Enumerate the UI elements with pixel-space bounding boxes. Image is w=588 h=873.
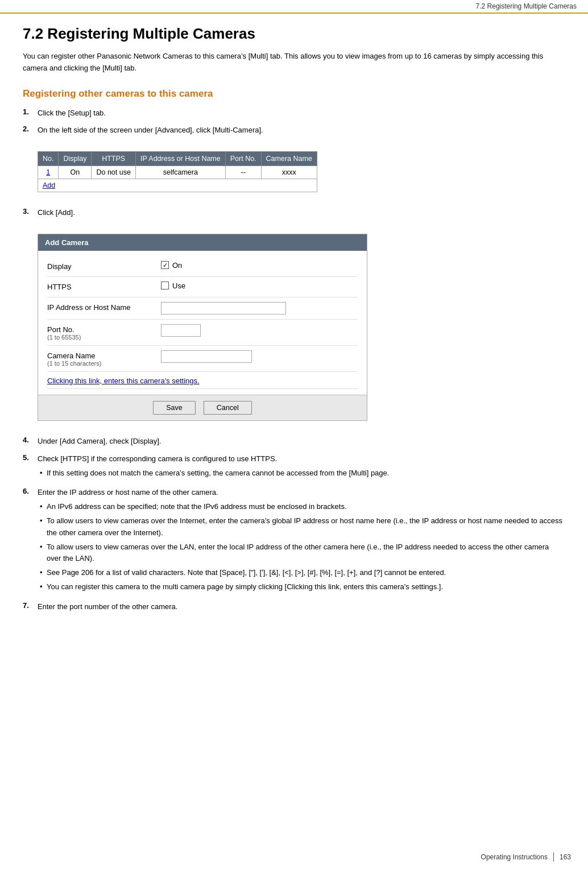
step-5-bullets: If this setting does not match the camer… (38, 467, 389, 479)
step-3-text: Click [Add]. (38, 207, 75, 219)
port-row: Port No. (1 to 65535) (47, 320, 358, 346)
dialog-footer: Save Cancel (38, 395, 367, 420)
add-camera-dialog: Add Camera Display ✓ On HTTPS (38, 234, 367, 421)
https-check-label: Use (172, 282, 185, 290)
save-button[interactable]: Save (153, 401, 196, 415)
step-7-text: Enter the port number of the other camer… (38, 601, 565, 613)
table-row: 1 On Do not use selfcamera -- xxxx (38, 166, 317, 179)
camera-name-control (161, 350, 358, 363)
step-6-bullet-2: To allow users to view cameras over the … (38, 515, 565, 539)
https-row: HTTPS Use (47, 277, 358, 297)
row-link[interactable]: 1 (46, 168, 50, 176)
display-check-label: On (172, 261, 182, 270)
cell-https: Do not use (92, 166, 135, 179)
port-sublabel: (1 to 65535) (47, 334, 161, 341)
step-6-bullets: An IPv6 address can be specified; note t… (38, 501, 565, 593)
step-2-text: On the left side of the screen under [Ad… (38, 125, 263, 136)
step-5-bullet-1: If this setting does not match the camer… (38, 467, 389, 479)
cell-port: -- (225, 166, 261, 179)
step-6-bullet-5: You can register this camera to the mult… (38, 581, 565, 593)
display-control: ✓ On (161, 261, 358, 270)
col-https: HTTPS (92, 152, 135, 166)
page-footer: Operating Instructions 163 (481, 853, 571, 862)
top-bar-title: 7.2 Registering Multiple Cameras (476, 2, 577, 10)
port-label: Port No. (1 to 65535) (47, 324, 161, 341)
cell-name: xxxx (261, 166, 317, 179)
step-list: 1. Click the [Setup] tab. 2. On the left… (23, 107, 565, 613)
col-ip: IP Address or Host Name (135, 152, 225, 166)
ip-input[interactable] (161, 302, 286, 315)
sub-heading: Registering other cameras to this camera (23, 88, 565, 100)
cell-no: 1 (38, 166, 59, 179)
port-input[interactable] (161, 324, 201, 337)
step-2-num: 2. (23, 125, 33, 136)
page-content: 7.2 Registering Multiple Cameras You can… (0, 14, 588, 653)
https-checkbox[interactable] (161, 282, 169, 289)
step-6-text: Enter the IP address or host name of the… (38, 487, 565, 595)
footer-label: Operating Instructions (481, 853, 548, 861)
add-cell: Add (38, 179, 317, 192)
step-5: 5. Check [HTTPS] if the corresponding ca… (23, 453, 565, 482)
cell-display: On (59, 166, 92, 179)
ip-control (161, 302, 358, 315)
step-3: 3. Click [Add]. Add Camera Display ✓ On (23, 207, 565, 430)
col-no: No. (38, 152, 59, 166)
step-6-bullet-1: An IPv6 address can be specified; note t… (38, 501, 565, 513)
col-name: Camera Name (261, 152, 317, 166)
step-1-num: 1. (23, 107, 33, 116)
footer-page-number: 163 (560, 853, 571, 861)
display-label: Display (47, 261, 161, 271)
step-4-text: Under [Add Camera], check [Display]. (38, 436, 565, 448)
cell-ip: selfcamera (135, 166, 225, 179)
ip-row: IP Address or Host Name (47, 297, 358, 320)
step-7-num: 7. (23, 601, 33, 610)
col-port: Port No. (225, 152, 261, 166)
camera-name-sublabel: (1 to 15 characters) (47, 360, 161, 367)
top-bar: 7.2 Registering Multiple Cameras (0, 0, 588, 14)
step-3-num: 3. (23, 207, 33, 219)
step-2: 2. On the left side of the screen under … (23, 125, 565, 201)
camera-name-row: Camera Name (1 to 15 characters) (47, 346, 358, 372)
camera-table: No. Display HTTPS IP Address or Host Nam… (38, 151, 317, 192)
footer-divider (553, 853, 554, 862)
camera-name-input[interactable] (161, 350, 252, 363)
self-settings-link[interactable]: Clicking this link, enters this camera's… (47, 376, 200, 385)
ip-label: IP Address or Host Name (47, 302, 161, 312)
add-link[interactable]: Add (43, 181, 55, 189)
step-5-num: 5. (23, 453, 33, 482)
intro-text: You can register other Panasonic Network… (23, 51, 565, 75)
section-heading: 7.2 Registering Multiple Cameras (23, 25, 565, 43)
step-6: 6. Enter the IP address or host name of … (23, 487, 565, 595)
col-display: Display (59, 152, 92, 166)
step-4: 4. Under [Add Camera], check [Display]. (23, 436, 565, 448)
https-control: Use (161, 282, 358, 290)
step-6-num: 6. (23, 487, 33, 595)
port-control (161, 324, 358, 337)
step-1: 1. Click the [Setup] tab. (23, 107, 565, 119)
camera-name-label: Camera Name (1 to 15 characters) (47, 350, 161, 367)
step-6-bullet-3: To allow users to view cameras over the … (38, 541, 565, 565)
cancel-button[interactable]: Cancel (204, 401, 252, 415)
dialog-body: Display ✓ On HTTPS Use (38, 251, 367, 395)
display-checkbox[interactable]: ✓ (161, 261, 169, 269)
step-6-bullet-4: See Page 206 for a list of valid charact… (38, 567, 565, 579)
dialog-header: Add Camera (38, 234, 367, 251)
display-row: Display ✓ On (47, 256, 358, 277)
step-1-text: Click the [Setup] tab. (38, 107, 565, 119)
https-label: HTTPS (47, 282, 161, 291)
step-5-text: Check [HTTPS] if the corresponding camer… (38, 453, 389, 482)
step-7: 7. Enter the port number of the other ca… (23, 601, 565, 613)
link-row: Clicking this link, enters this camera's… (47, 372, 358, 389)
step-4-num: 4. (23, 436, 33, 444)
add-row: Add (38, 179, 317, 192)
